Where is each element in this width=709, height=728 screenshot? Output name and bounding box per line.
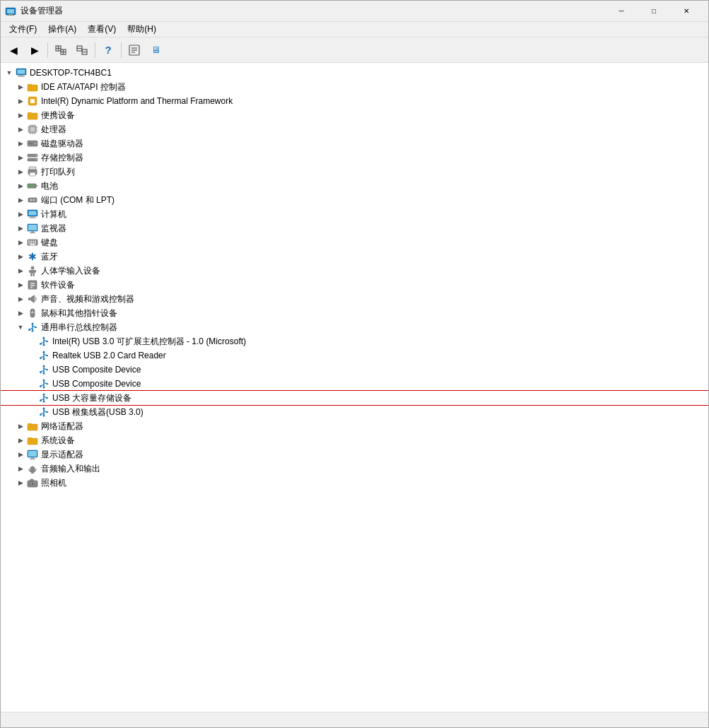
tree-item-intel-thermal[interactable]: ▶ Intel(R) Dynamic Platform and Thermal … xyxy=(1,94,708,108)
svg-point-157 xyxy=(32,483,34,485)
svg-point-99 xyxy=(28,329,30,331)
expander-monitor[interactable]: ▶ xyxy=(15,223,26,234)
tree-item-disk[interactable]: ▶ 磁盘驱动器 xyxy=(1,136,708,151)
svg-rect-150 xyxy=(28,451,37,457)
svg-rect-57 xyxy=(28,185,33,187)
expander-keyboard[interactable]: ▶ xyxy=(15,237,26,248)
svg-marker-95 xyxy=(31,322,34,324)
menu-file[interactable]: 文件(F) xyxy=(4,22,42,37)
tree-item-system-dev[interactable]: ▶ 系统设备 xyxy=(1,433,708,447)
tree-label-cpu: 处理器 xyxy=(41,124,66,136)
printer-icon xyxy=(26,165,39,178)
tree-item-usb-realtek[interactable]: ▶ Realtek USB 2.0 Card Reader xyxy=(1,348,708,363)
expander-sound[interactable]: ▶ xyxy=(15,293,26,305)
expander-print[interactable]: ▶ xyxy=(15,166,26,177)
tree-item-network[interactable]: ▶ 网络适配器 xyxy=(1,419,708,433)
tree-item-cpu[interactable]: ▶ xyxy=(1,122,708,136)
maximize-button[interactable]: □ xyxy=(638,1,670,22)
software-icon xyxy=(26,278,39,291)
tree-item-storage[interactable]: ▶ 存储控制器 xyxy=(1,151,708,165)
tree-item-computer[interactable]: ▶ 计算机 xyxy=(1,207,708,221)
svg-rect-3 xyxy=(7,15,14,16)
svg-marker-116 xyxy=(42,365,45,367)
svg-rect-75 xyxy=(30,242,32,244)
usb-device-icon-mass xyxy=(37,392,50,404)
expander-usb-ctrl[interactable]: ▼ xyxy=(15,322,26,333)
tree-item-mouse[interactable]: ▶ 鼠标和其他指针设备 xyxy=(1,306,708,320)
tree-item-usb-intel[interactable]: ▶ Intel(R) USB 3.0 可扩展主机控制器 - 1.0 (Micro… xyxy=(1,334,708,348)
tree-content[interactable]: ▼ DESKTOP-TCH4BC1 ▶ xyxy=(1,63,708,712)
expander-mouse[interactable]: ▶ xyxy=(15,307,26,319)
tree-item-battery[interactable]: ▶ 电池 xyxy=(1,179,708,193)
menu-action[interactable]: 操作(A) xyxy=(42,22,82,37)
tree-item-portable[interactable]: ▶ 便携设备 xyxy=(1,108,708,122)
tree-label-battery: 电池 xyxy=(41,180,58,192)
tree-item-keyboard[interactable]: ▶ 键盘 xyxy=(1,235,708,249)
tree-item-ide[interactable]: ▶ IDE ATA/ATAPI 控制器 xyxy=(1,80,708,94)
svg-rect-77 xyxy=(35,242,36,244)
expander-ide[interactable]: ▶ xyxy=(15,81,26,93)
menu-help[interactable]: 帮助(H) xyxy=(122,22,162,37)
tree-item-usb-composite1[interactable]: ▶ USB Composite Device xyxy=(1,363,708,377)
tree-label-usb-hub: USB 根集线器(USB 3.0) xyxy=(52,406,143,418)
tree-item-port[interactable]: ▶ 端口 (COM 和 LPT) xyxy=(1,193,708,207)
svg-rect-56 xyxy=(36,185,37,187)
monitor-button[interactable]: 🖥 xyxy=(146,40,165,60)
storage-icon xyxy=(26,151,39,164)
tree-item-print[interactable]: ▶ 打印队列 xyxy=(1,165,708,179)
disk-icon xyxy=(26,137,39,150)
tree-item-sound[interactable]: ▶ 声音、视频和游戏控制器 xyxy=(1,292,708,306)
help-button[interactable]: ? xyxy=(98,40,118,60)
properties-button[interactable] xyxy=(124,40,144,60)
minimize-button[interactable]: ─ xyxy=(605,1,638,22)
tree-item-display[interactable]: ▶ 显示适配器 xyxy=(1,447,708,462)
tree-label-software: 软件设备 xyxy=(41,279,75,291)
expander-system-dev[interactable]: ▶ xyxy=(15,435,26,446)
tree-item-camera[interactable]: ▶ 照相机 xyxy=(1,476,708,490)
port-icon xyxy=(26,194,39,206)
svg-rect-84 xyxy=(33,274,35,276)
expander-storage[interactable]: ▶ xyxy=(15,152,26,163)
svg-rect-74 xyxy=(28,242,30,244)
expander-human[interactable]: ▶ xyxy=(15,265,26,276)
tree-item-root[interactable]: ▼ DESKTOP-TCH4BC1 xyxy=(1,66,708,80)
forward-button[interactable]: ▶ xyxy=(25,40,45,60)
tree-item-usb-mass[interactable]: ▶ USB 大容量存储设备 xyxy=(1,391,708,405)
back-button[interactable]: ◀ xyxy=(4,40,23,60)
expander-camera[interactable]: ▶ xyxy=(15,477,26,488)
expander-battery[interactable]: ▶ xyxy=(15,180,26,192)
menu-view[interactable]: 查看(V) xyxy=(82,22,122,37)
tree-item-audio-io[interactable]: ▶ 音频输入和输出 xyxy=(1,462,708,476)
close-button[interactable]: ✕ xyxy=(670,1,703,22)
expander-software[interactable]: ▶ xyxy=(15,279,26,290)
expander-computer[interactable]: ▶ xyxy=(15,209,26,220)
expander-bluetooth[interactable]: ▶ xyxy=(15,251,26,262)
human-icon xyxy=(26,264,39,277)
tree-item-usb-composite2[interactable]: ▶ USB Composite Device xyxy=(1,377,708,391)
toolbar-separator-3 xyxy=(121,42,122,58)
expander-portable[interactable]: ▶ xyxy=(15,110,26,121)
tree-item-usb-ctrl[interactable]: ▼ 通用串行总线控制器 xyxy=(1,320,708,334)
network-icon xyxy=(26,420,39,433)
expander-intel-thermal[interactable]: ▶ xyxy=(15,95,26,107)
tree-item-human[interactable]: ▶ 人体学输入设备 xyxy=(1,264,708,278)
svg-point-106 xyxy=(40,343,42,345)
expander-port[interactable]: ▶ xyxy=(15,194,26,206)
svg-marker-130 xyxy=(42,393,45,395)
tree-item-software[interactable]: ▶ 软件设备 xyxy=(1,278,708,292)
toolbar: ◀ ▶ ? xyxy=(1,37,708,63)
window-icon xyxy=(5,6,16,17)
svg-rect-72 xyxy=(33,241,34,242)
collapse-button[interactable] xyxy=(72,40,92,60)
tree-item-bluetooth[interactable]: ▶ ✱ 蓝牙 xyxy=(1,249,708,264)
expand-button[interactable] xyxy=(51,40,71,60)
expander-network[interactable]: ▶ xyxy=(15,421,26,432)
expander-audio-io[interactable]: ▶ xyxy=(15,463,26,474)
expander-root[interactable]: ▼ xyxy=(4,67,15,78)
expander-display[interactable]: ▶ xyxy=(15,449,26,460)
svg-rect-73 xyxy=(35,241,36,242)
tree-item-usb-hub[interactable]: ▶ USB 根集线器(USB 3.0) xyxy=(1,405,708,419)
expander-cpu[interactable]: ▶ xyxy=(15,124,26,135)
tree-item-monitor[interactable]: ▶ 监视器 xyxy=(1,221,708,235)
expander-disk[interactable]: ▶ xyxy=(15,138,26,149)
